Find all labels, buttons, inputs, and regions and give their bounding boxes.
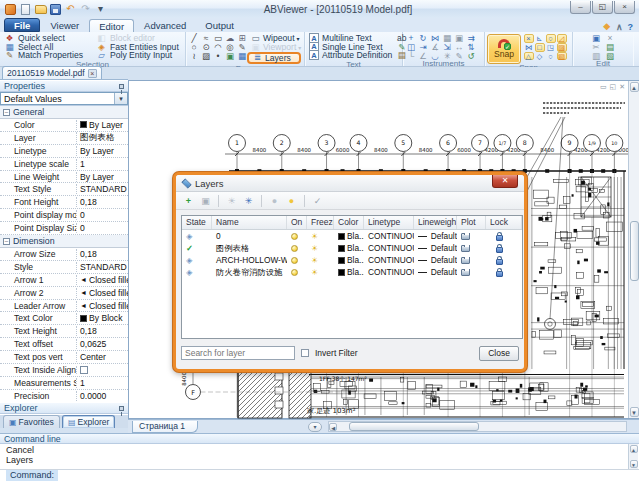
doc-restore-icon[interactable]: ◱ xyxy=(610,83,617,91)
property-row[interactable]: Text ColorBy Block xyxy=(0,312,128,325)
property-row[interactable]: Point display mode0 xyxy=(0,209,128,222)
column-header-state[interactable]: State xyxy=(182,216,212,229)
snap-apparent-icon[interactable]: △ xyxy=(524,52,534,61)
preset-dropdown[interactable]: Default Values ▾ xyxy=(0,92,128,105)
tab-file[interactable]: File xyxy=(4,18,40,32)
property-row[interactable]: Point Display Size0 xyxy=(0,222,128,235)
property-row[interactable]: Measurements Scal1 xyxy=(0,377,128,390)
printer-icon[interactable] xyxy=(461,233,470,240)
property-row[interactable]: Text pos vertCenter xyxy=(0,351,128,364)
invert-filter-checkbox[interactable] xyxy=(301,349,309,357)
thaw-icon[interactable]: ☀ xyxy=(224,194,239,208)
layers-dialog-titlebar[interactable]: Layers ✕ xyxy=(176,175,524,192)
snap-quadrant-icon[interactable]: ◇ xyxy=(535,52,545,61)
command-scrollbar[interactable]: ▲ ▼ xyxy=(628,444,638,469)
close-document-icon[interactable]: × xyxy=(88,69,97,78)
tab-output[interactable]: Output xyxy=(196,19,243,32)
pin-icon[interactable] xyxy=(119,406,124,411)
lock-icon[interactable] xyxy=(496,235,503,241)
command-prompt[interactable]: Command: xyxy=(0,470,639,481)
point-icon[interactable]: • xyxy=(213,52,224,61)
printer-icon[interactable] xyxy=(461,245,470,252)
layer-color-swatch[interactable] xyxy=(338,257,345,264)
lock-icon[interactable] xyxy=(496,259,503,265)
layer-row[interactable]: ◈0☀Bla...CONTINUOUSDefault xyxy=(182,230,522,242)
snap-button[interactable]: ✓ Snap xyxy=(487,34,521,64)
hatch-icon[interactable]: ▨ xyxy=(201,52,212,61)
checkbox[interactable] xyxy=(80,366,88,374)
spline-icon[interactable]: ≀ xyxy=(189,52,200,61)
layer-row[interactable]: ◈防火卷帘消防设施☀Bla...CONTINUOUSDefault xyxy=(182,266,522,278)
tab-viewer[interactable]: Viewer xyxy=(41,19,88,32)
scroll-up-icon[interactable]: ▲ xyxy=(630,445,638,453)
property-row[interactable]: Text offset0,0625 xyxy=(0,338,128,351)
app-icon[interactable] xyxy=(4,3,17,15)
new-layer-icon[interactable]: + xyxy=(181,194,196,208)
property-row[interactable]: Linetype scale1 xyxy=(0,158,128,171)
tab-advanced[interactable]: Advanced xyxy=(135,19,195,32)
scroll-down-icon[interactable]: ▼ xyxy=(630,407,639,417)
close-button[interactable]: Close xyxy=(479,346,519,361)
horizontal-scrollbar[interactable]: ◀ xyxy=(328,421,627,432)
printer-icon[interactable] xyxy=(461,269,470,276)
snap-perpendicular-icon[interactable]: ⊾ xyxy=(535,34,545,43)
property-row[interactable]: Layer图例表格 xyxy=(0,132,128,145)
redo-icon[interactable]: ↷ xyxy=(79,3,92,15)
scroll-down-icon[interactable]: ▼ xyxy=(630,460,638,468)
layer-row[interactable]: ✓图例表格☀Bla...CONTINUOUSDefault xyxy=(182,242,522,254)
property-row[interactable]: ColorBy Layer xyxy=(0,119,128,132)
property-row[interactable]: Text StyleSTANDARD xyxy=(0,183,128,196)
property-row[interactable]: Line WeightBy Layer xyxy=(0,171,128,184)
block-editor-button[interactable]: ◧ xyxy=(96,34,107,43)
open-file-icon[interactable] xyxy=(34,3,47,15)
layer-color-swatch[interactable] xyxy=(338,269,345,276)
collapse-icon[interactable]: – xyxy=(3,109,10,116)
lamp-on-icon[interactable]: ● xyxy=(284,194,299,208)
tab-editor[interactable]: Editor xyxy=(89,19,134,32)
snap-node-icon[interactable]: □ xyxy=(535,43,545,52)
layer-row[interactable]: ◈ARCH-HOLLOW-WALL☀Bla...CONTINUOUSDefaul… xyxy=(182,254,522,266)
property-row[interactable]: Text Inside Align xyxy=(0,364,128,377)
tab-favorites[interactable]: ▣Favorites xyxy=(3,415,60,428)
property-row[interactable]: Arrow Size0,18 xyxy=(0,248,128,261)
property-row[interactable]: Font Height0,18 xyxy=(0,196,128,209)
snap-parallel-icon[interactable]: ▨ xyxy=(557,43,567,52)
page-menu-button[interactable]: ▾ xyxy=(308,422,322,432)
snap-midpoint-icon[interactable]: ⋈ xyxy=(524,43,534,52)
scroll-up-icon[interactable]: ▲ xyxy=(630,82,639,92)
set-current-icon[interactable]: ✓ xyxy=(310,194,325,208)
viewport-button[interactable]: ▣ xyxy=(250,43,261,52)
sun-icon[interactable]: ☀ xyxy=(311,256,318,265)
match-properties-button[interactable]: ✎Match Properties xyxy=(4,51,92,60)
snap-center-icon[interactable]: ○ xyxy=(546,34,556,43)
match-properties-button[interactable]: ✎ xyxy=(4,51,15,60)
undo-icon[interactable]: ↶ xyxy=(64,3,77,15)
page-tab[interactable]: Страница 1 xyxy=(132,421,198,433)
snap-nearest-icon[interactable]: ▧ xyxy=(557,52,567,61)
minimize-button[interactable]: – xyxy=(570,1,591,14)
doc-close-icon[interactable]: ✕ xyxy=(619,83,625,91)
sun-icon[interactable]: ☀ xyxy=(311,244,318,253)
update-icon[interactable]: ↺ xyxy=(466,52,477,61)
printer-icon[interactable] xyxy=(461,257,470,264)
property-row[interactable]: LinetypeBy Layer xyxy=(0,145,128,158)
horizontal-scroll-thumb[interactable] xyxy=(349,422,479,431)
attribute-definition-button[interactable]: AAttribute Definition xyxy=(309,51,392,60)
column-header-lineweight[interactable]: Lineweight xyxy=(414,216,457,229)
scroll-left-icon[interactable]: ◀ xyxy=(329,423,337,431)
snap-endpoint-icon[interactable]: × xyxy=(524,34,534,43)
layer-search-input[interactable] xyxy=(181,346,295,360)
lamp-on-icon[interactable] xyxy=(291,233,298,240)
chevron-down-icon[interactable]: ▾ xyxy=(114,93,127,104)
new-document-icon[interactable] xyxy=(19,3,32,15)
block-editor-button[interactable]: ◧Block editor xyxy=(96,34,180,43)
snap-tangent-icon[interactable]: ○ xyxy=(546,52,556,61)
image-icon[interactable]: ▣ xyxy=(225,52,236,61)
lamp-on-icon[interactable] xyxy=(291,245,298,252)
vertical-scrollbar[interactable]: ▲ ▼ xyxy=(628,81,639,418)
layers-button[interactable]: ≣ xyxy=(252,53,263,62)
restore-button[interactable]: ◱ xyxy=(592,1,613,14)
snap-extension-icon[interactable]: ◿ xyxy=(557,34,567,43)
layer-color-swatch[interactable] xyxy=(338,233,345,240)
help-icon[interactable]: ? xyxy=(628,22,634,32)
